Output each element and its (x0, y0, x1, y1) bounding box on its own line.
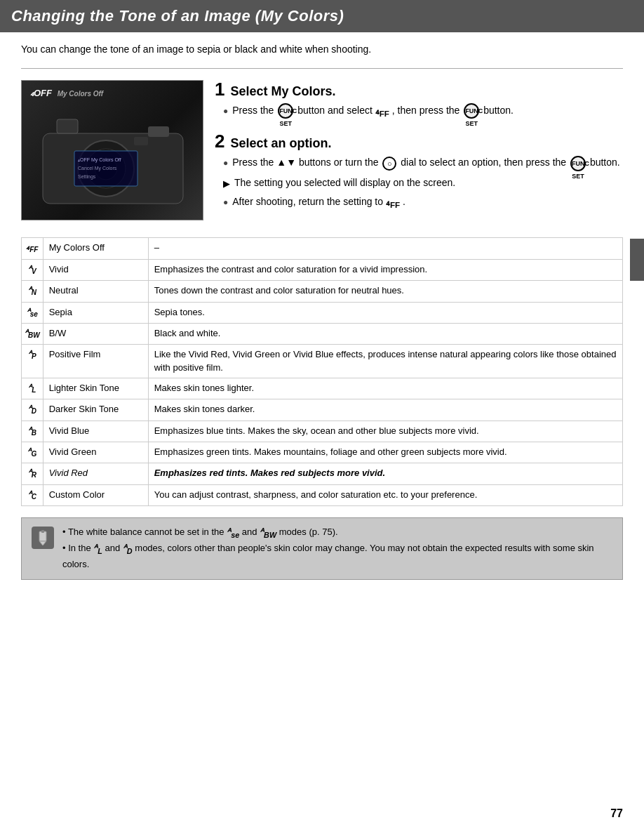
table-row: ᴬse Sepia Sepia tones. (22, 302, 623, 323)
page-header: Changing the Tone of an Image (My Colors… (0, 0, 644, 32)
row-desc: Like the Vivid Red, Vivid Green or Vivid… (148, 345, 622, 378)
svg-rect-13 (41, 530, 44, 533)
row-icon: ᴬP (22, 345, 43, 378)
row-name: Neutral (43, 281, 148, 302)
row-icon: ₄FF (22, 238, 43, 259)
row-name: Vivid Red (43, 463, 148, 484)
row-desc: Tones down the contrast and color satura… (148, 281, 622, 302)
row-name: Positive Film (43, 345, 148, 378)
table-row: ᴬC Custom Color You can adjust contrast,… (22, 484, 623, 505)
step-1-bullet-1: ● Press the FUNCSET button and select ₄F… (223, 103, 623, 119)
arrow-icon: ▶ (223, 177, 230, 191)
row-name: Lighter Skin Tone (43, 378, 148, 399)
step-1-title: Select My Colors. (230, 84, 335, 99)
row-name: B/W (43, 323, 148, 344)
row-icon: ᴬN (22, 281, 43, 302)
page-number: 77 (610, 807, 623, 820)
step-2-bullet-2: ▶ The setting you selected will display … (223, 176, 623, 191)
step-1-bullet-1-text: Press the FUNCSET button and select ₄FF … (232, 103, 514, 119)
row-icon: ᴬG (22, 442, 43, 463)
svg-rect-11 (39, 531, 46, 541)
func-icon-2: FUNCSET (464, 103, 479, 119)
step-2-number: 2 (215, 132, 224, 150)
divider (21, 68, 623, 69)
row-desc: Sepia tones. (148, 302, 622, 323)
note-line-1: • The white balance cannot be set in the… (62, 525, 612, 541)
side-tab (630, 239, 644, 281)
table-row: ₄FF My Colors Off – (22, 238, 623, 259)
func-icon-1: FUNCSET (278, 103, 293, 119)
row-name: Darker Skin Tone (43, 399, 148, 421)
row-desc: You can adjust contrast, sharpness, and … (148, 484, 622, 505)
func-icon-3: FUNCSET (570, 156, 586, 171)
row-icon: ᴬC (22, 484, 43, 505)
table-row: ᴬD Darker Skin Tone Makes skin tones dar… (22, 399, 623, 421)
row-desc: Makes skin tones lighter. (148, 378, 622, 399)
table-row: ᴬN Neutral Tones down the contrast and c… (22, 281, 623, 302)
svg-marker-12 (39, 541, 46, 545)
table-row: ᴬG Vivid Green Emphasizes green tints. M… (22, 442, 623, 463)
bullet-dot-2: ● (223, 157, 228, 169)
svg-rect-5 (148, 126, 169, 137)
row-name: Vivid Green (43, 442, 148, 463)
table-row: ᴬP Positive Film Like the Vivid Red, Viv… (22, 345, 623, 378)
table-row: ᴬBW B/W Black and white. (22, 323, 623, 344)
table-row: ᴬR Vivid Red Emphasizes red tints. Makes… (22, 463, 623, 484)
svg-rect-6 (134, 137, 148, 145)
table-row: ᴬV Vivid Emphasizes the contrast and col… (22, 259, 623, 280)
svg-text:₄OFF  My Colors Off: ₄OFF My Colors Off (78, 157, 121, 163)
camera-image: ₄OFF My Colors Off (21, 80, 203, 220)
dial-icon: ○ (382, 157, 396, 171)
step-2-bullet-3-text: After shooting, return the setting to ₄F… (232, 194, 405, 211)
bullet-dot: ● (223, 105, 228, 117)
bullet-dot-3: ● (223, 196, 228, 208)
row-desc: – (148, 238, 622, 259)
note-line-2: • In the ᴬL and ᴬD modes, colors other t… (62, 541, 612, 572)
svg-text:Settings: Settings (78, 174, 96, 180)
row-icon: ᴬL (22, 378, 43, 399)
row-icon: ᴬse (22, 302, 43, 323)
intro-text: You can change the tone of an image to s… (21, 42, 623, 57)
row-name: My Colors Off (43, 238, 148, 259)
svg-rect-4 (57, 119, 78, 133)
steps-content: 1 Select My Colors. ● Press the FUNCSET … (215, 80, 623, 223)
step-2-title: Select an option. (230, 136, 331, 151)
row-name: Vivid (43, 259, 148, 280)
note-content: • The white balance cannot be set in the… (62, 525, 612, 572)
step-2: 2 Select an option. ● Press the ▲▼ butto… (215, 132, 623, 211)
row-icon: ᴬV (22, 259, 43, 280)
row-name: Vivid Blue (43, 421, 148, 442)
row-desc: Emphasizes red tints. Makes red subjects… (148, 463, 622, 484)
row-desc: Emphasizes blue tints. Makes the sky, oc… (148, 421, 622, 442)
page-title: Changing the Tone of an Image (My Colors… (11, 7, 633, 25)
step-1: 1 Select My Colors. ● Press the FUNCSET … (215, 80, 623, 119)
row-icon: ᴬB (22, 421, 43, 442)
step-2-bullet-1: ● Press the ▲▼ buttons or turn the ○ dia… (223, 155, 623, 171)
options-table: ₄FF My Colors Off – ᴬV Vivid Emphasizes … (21, 237, 623, 506)
step-2-bullet-2-text: The setting you selected will display on… (234, 176, 455, 190)
row-desc: Makes skin tones darker. (148, 399, 622, 421)
svg-text:Cancel My Colors: Cancel My Colors (78, 166, 117, 171)
row-name: Sepia (43, 302, 148, 323)
step-1-number: 1 (215, 80, 224, 98)
row-icon: ᴬD (22, 399, 43, 421)
table-row: ᴬL Lighter Skin Tone Makes skin tones li… (22, 378, 623, 399)
row-icon: ᴬR (22, 463, 43, 484)
step-2-bullet-1-text: Press the ▲▼ buttons or turn the ○ dial … (232, 155, 619, 171)
row-desc: Emphasizes green tints. Makes mountains,… (148, 442, 622, 463)
row-icon: ᴬBW (22, 323, 43, 344)
row-name: Custom Color (43, 484, 148, 505)
table-row: ᴬB Vivid Blue Emphasizes blue tints. Mak… (22, 421, 623, 442)
row-desc: Black and white. (148, 323, 622, 344)
note-pencil-icon (32, 527, 54, 549)
note-box: • The white balance cannot be set in the… (21, 517, 623, 580)
row-desc: Emphasizes the contrast and color satura… (148, 259, 622, 280)
steps-section: ₄OFF My Colors Off (21, 80, 623, 223)
step-2-bullet-3: ● After shooting, return the setting to … (223, 194, 623, 211)
